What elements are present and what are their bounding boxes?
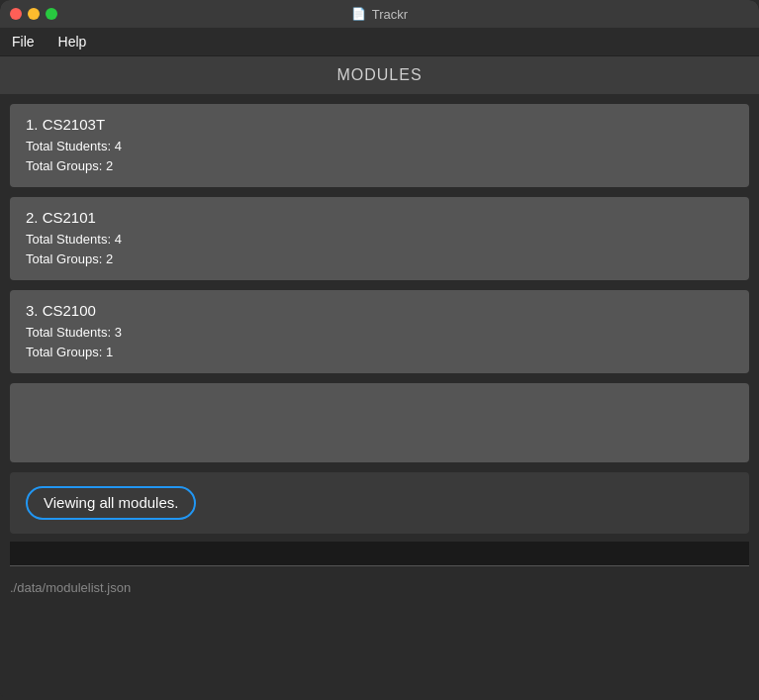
footer-path: ./data/modulelist.json bbox=[10, 580, 131, 595]
module-students-2: Total Students: 4 bbox=[26, 230, 733, 250]
close-button[interactable] bbox=[10, 8, 22, 20]
footer-bar: ./data/modulelist.json bbox=[0, 574, 759, 604]
module-students-3: Total Students: 3 bbox=[26, 323, 733, 343]
module-name-3: 3. CS2100 bbox=[26, 302, 733, 319]
menu-help[interactable]: Help bbox=[54, 32, 91, 51]
status-text-wrapper: Viewing all modules. bbox=[26, 486, 196, 520]
title-bar: 📄 Trackr bbox=[0, 0, 759, 28]
module-groups-1: Total Groups: 2 bbox=[26, 156, 733, 176]
status-bar: Viewing all modules. bbox=[10, 472, 749, 534]
module-item-3[interactable]: 3. CS2100 Total Students: 3 Total Groups… bbox=[10, 290, 749, 373]
window-title: 📄 Trackr bbox=[351, 7, 408, 22]
module-groups-3: Total Groups: 1 bbox=[26, 343, 733, 362]
module-item-1[interactable]: 1. CS2103T Total Students: 4 Total Group… bbox=[10, 104, 749, 187]
empty-slot bbox=[10, 383, 749, 462]
module-students-1: Total Students: 4 bbox=[26, 137, 733, 156]
input-area bbox=[0, 534, 759, 574]
command-input[interactable] bbox=[10, 542, 749, 566]
module-item-2[interactable]: 2. CS2101 Total Students: 4 Total Groups… bbox=[10, 197, 749, 280]
status-text: Viewing all modules. bbox=[44, 494, 178, 511]
title-icon: 📄 bbox=[351, 7, 366, 21]
section-header-text: MODULES bbox=[336, 66, 422, 83]
title-text: Trackr bbox=[372, 7, 408, 22]
modules-list: 1. CS2103T Total Students: 4 Total Group… bbox=[0, 94, 759, 697]
section-header: MODULES bbox=[0, 56, 759, 94]
content-area: MODULES 1. CS2103T Total Students: 4 Tot… bbox=[0, 56, 759, 697]
traffic-lights bbox=[10, 8, 57, 20]
module-groups-2: Total Groups: 2 bbox=[26, 250, 733, 269]
minimize-button[interactable] bbox=[28, 8, 40, 20]
maximize-button[interactable] bbox=[46, 8, 57, 20]
module-name-1: 1. CS2103T bbox=[26, 116, 733, 133]
module-name-2: 2. CS2101 bbox=[26, 209, 733, 226]
menu-file[interactable]: File bbox=[8, 32, 39, 51]
menu-bar: File Help bbox=[0, 28, 759, 56]
